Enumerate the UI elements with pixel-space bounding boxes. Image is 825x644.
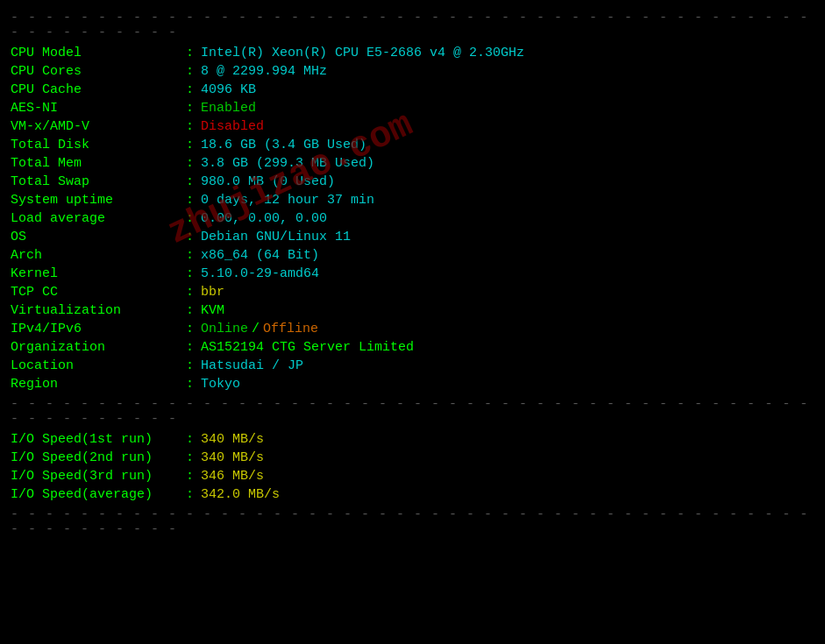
total-swap-row: Total Swap : 980.0 MB (0 Used) <box>11 173 814 191</box>
cpu-cache-row: CPU Cache : 4096 KB <box>11 81 814 99</box>
cpu-cache-label: CPU Cache <box>11 82 186 97</box>
system-uptime-value: 0 days, 12 hour 37 min <box>201 193 374 208</box>
io-speed-3rd-label: I/O Speed(3rd run) <box>11 469 186 484</box>
io-speed-2nd-label: I/O Speed(2nd run) <box>11 450 186 465</box>
cpu-cache-value: 4096 KB <box>201 82 256 97</box>
total-disk-row: Total Disk : 18.6 GB (3.4 GB Used) <box>11 136 814 154</box>
aes-ni-label: AES-NI <box>11 101 186 116</box>
io-speed-3rd-row: I/O Speed(3rd run) : 346 MB/s <box>11 467 814 485</box>
cpu-model-row: CPU Model : Intel(R) Xeon(R) CPU E5-2686… <box>11 44 814 62</box>
os-row: OS : Debian GNU/Linux 11 <box>11 228 814 246</box>
ipv4-ipv6-row: IPv4/IPv6 : Online / Offline <box>11 320 814 338</box>
tcp-cc-value: bbr <box>201 285 224 300</box>
io-speed-1st-label: I/O Speed(1st run) <box>11 432 186 447</box>
aes-ni-value: Enabled <box>201 101 256 116</box>
virtualization-value: KVM <box>201 303 224 318</box>
total-mem-label: Total Mem <box>11 156 186 171</box>
load-average-label: Load average <box>11 211 186 226</box>
total-disk-value: 18.6 GB (3.4 GB Used) <box>201 138 366 152</box>
system-uptime-row: System uptime : 0 days, 12 hour 37 min <box>11 191 814 209</box>
region-label: Region <box>11 377 186 392</box>
total-mem-value: 3.8 GB (299.3 MB Used) <box>201 156 374 171</box>
aes-ni-row: AES-NI : Enabled <box>11 99 814 117</box>
cpu-cores-row: CPU Cores : 8 @ 2299.994 MHz <box>11 62 814 81</box>
arch-value: x86_64 (64 Bit) <box>201 248 319 263</box>
ipv4-value: Online <box>201 322 248 336</box>
total-swap-value: 980.0 MB (0 Used) <box>201 174 335 189</box>
terminal-window: zhujizao.com - - - - - - - - - - - - - -… <box>0 0 825 644</box>
vmx-amdv-value: Disabled <box>201 119 264 134</box>
top-dashed-line: - - - - - - - - - - - - - - - - - - - - … <box>11 11 814 40</box>
location-row: Location : Hatsudai / JP <box>11 357 814 375</box>
os-value: Debian GNU/Linux 11 <box>201 230 351 244</box>
io-speed-avg-row: I/O Speed(average) : 342.0 MB/s <box>11 485 814 504</box>
organization-label: Organization <box>11 340 186 355</box>
arch-row: Arch : x86_64 (64 Bit) <box>11 246 814 265</box>
vmx-amdv-row: VM-x/AMD-V : Disabled <box>11 117 814 136</box>
location-value: Hatsudai / JP <box>201 358 303 373</box>
tcp-cc-row: TCP CC : bbr <box>11 283 814 301</box>
total-mem-row: Total Mem : 3.8 GB (299.3 MB Used) <box>11 154 814 173</box>
load-average-value: 0.00, 0.00, 0.00 <box>201 211 327 226</box>
cpu-model-label: CPU Model <box>11 46 186 60</box>
organization-value: AS152194 CTG Server Limited <box>201 340 414 355</box>
kernel-label: Kernel <box>11 266 186 281</box>
io-speed-3rd-value: 346 MB/s <box>201 469 264 484</box>
virtualization-row: Virtualization : KVM <box>11 301 814 320</box>
ipv6-value: Offline <box>263 322 318 336</box>
region-value: Tokyo <box>201 377 240 392</box>
organization-row: Organization : AS152194 CTG Server Limit… <box>11 338 814 357</box>
load-average-row: Load average : 0.00, 0.00, 0.00 <box>11 209 814 228</box>
bottom-dashed-line: - - - - - - - - - - - - - - - - - - - - … <box>11 507 814 537</box>
io-speed-2nd-value: 340 MB/s <box>201 450 264 465</box>
io-speed-avg-label: I/O Speed(average) <box>11 487 186 502</box>
region-row: Region : Tokyo <box>11 375 814 393</box>
kernel-value: 5.10.0-29-amd64 <box>201 266 319 281</box>
cpu-cores-value: 8 @ 2299.994 MHz <box>201 64 327 79</box>
cpu-model-value: Intel(R) Xeon(R) CPU E5-2686 v4 @ 2.30GH… <box>201 46 524 60</box>
system-uptime-label: System uptime <box>11 193 186 208</box>
os-label: OS <box>11 230 186 244</box>
middle-dashed-line: - - - - - - - - - - - - - - - - - - - - … <box>11 397 814 427</box>
tcp-cc-label: TCP CC <box>11 285 186 300</box>
total-swap-label: Total Swap <box>11 174 186 189</box>
total-disk-label: Total Disk <box>11 138 186 152</box>
virtualization-label: Virtualization <box>11 303 186 318</box>
io-speed-1st-value: 340 MB/s <box>201 432 264 447</box>
ipv4-ipv6-label: IPv4/IPv6 <box>11 322 186 336</box>
io-speed-avg-value: 342.0 MB/s <box>201 487 280 502</box>
vmx-amdv-label: VM-x/AMD-V <box>11 119 186 134</box>
kernel-row: Kernel : 5.10.0-29-amd64 <box>11 265 814 283</box>
arch-label: Arch <box>11 248 186 263</box>
io-speed-1st-row: I/O Speed(1st run) : 340 MB/s <box>11 430 814 449</box>
cpu-cores-label: CPU Cores <box>11 64 186 79</box>
io-speed-2nd-row: I/O Speed(2nd run) : 340 MB/s <box>11 449 814 467</box>
location-label: Location <box>11 358 186 373</box>
